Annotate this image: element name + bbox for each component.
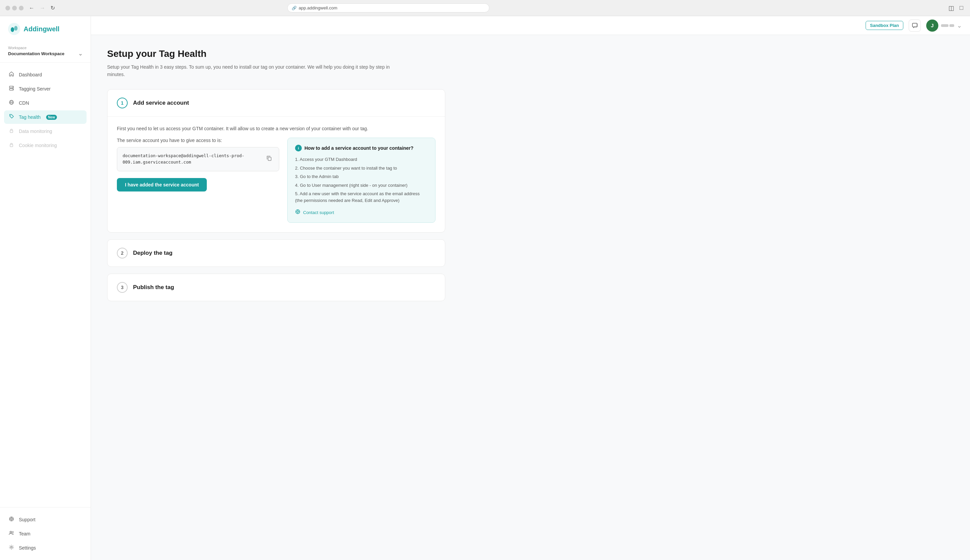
sidebar-nav: Dashboard Tagging Server xyxy=(0,63,90,507)
browser-refresh-btn[interactable]: ↻ xyxy=(49,3,56,12)
browser-forward-btn[interactable]: → xyxy=(38,3,47,12)
sidebar-item-cookie-monitoring-label: Cookie monitoring xyxy=(19,143,57,148)
app-container: Addingwell Workspace Documentation Works… xyxy=(0,16,970,560)
svg-rect-22 xyxy=(912,23,917,27)
info-steps-list: 1. Access your GTM Dashboard 2. Choose t… xyxy=(295,156,428,203)
contact-support-link[interactable]: Contact support xyxy=(295,209,428,216)
svg-point-0 xyxy=(8,23,20,35)
svg-point-14 xyxy=(11,518,12,520)
browser-window-buttons xyxy=(5,6,23,10)
logo-text: Addingwell xyxy=(23,25,60,33)
sidebar-item-data-monitoring: Data monitoring xyxy=(4,125,87,138)
sidebar-item-cookie-monitoring: Cookie monitoring xyxy=(4,138,87,152)
sidebar-item-data-monitoring-label: Data monitoring xyxy=(19,128,52,134)
user-info-dots xyxy=(941,24,954,27)
url-text: app.addingwell.com xyxy=(299,5,338,10)
step-2-header: 2 Deploy the tag xyxy=(107,240,445,267)
contact-support-label: Contact support xyxy=(303,210,334,215)
info-icon: i xyxy=(295,145,302,152)
svg-point-2 xyxy=(14,26,18,31)
page-title: Setup your Tag Health xyxy=(107,48,445,59)
step-1-content-row: The service account you have to give acc… xyxy=(117,138,435,223)
user-avatar: J xyxy=(926,20,938,32)
svg-point-21 xyxy=(11,547,12,548)
info-step-1: 1. Access your GTM Dashboard xyxy=(295,156,428,163)
workspace-name[interactable]: Documentation Workspace ⌄ xyxy=(8,50,82,57)
lock-icon-data xyxy=(8,128,15,135)
sidebar-item-tag-health-label: Tag health xyxy=(19,115,41,120)
sidebar-item-tagging-server[interactable]: Tagging Server xyxy=(4,82,87,95)
sidebar-item-tag-health[interactable]: Tag health New xyxy=(4,110,87,124)
globe-icon xyxy=(8,100,15,106)
svg-point-5 xyxy=(12,87,13,88)
main-content: Setup your Tag Health Setup your Tag Hea… xyxy=(91,35,970,560)
tag-icon xyxy=(8,114,15,120)
sidebar-item-dashboard-label: Dashboard xyxy=(19,72,42,77)
step-1-number: 1 xyxy=(117,98,128,108)
main-area: Sandbox Plan J ⌄ Setup your Tag Health xyxy=(91,16,970,560)
svg-point-1 xyxy=(11,27,14,32)
info-box: i How to add a service account to your c… xyxy=(287,138,435,223)
browser-split-btn[interactable]: □ xyxy=(958,3,965,13)
step-3-header: 3 Publish the tag xyxy=(107,274,445,301)
lock-icon-cookie xyxy=(8,142,15,149)
info-step-3: 3. Go to the Admin tab xyxy=(295,173,428,180)
sidebar-item-support[interactable]: Support xyxy=(4,513,87,526)
message-button[interactable] xyxy=(909,20,921,32)
svg-rect-23 xyxy=(268,157,271,160)
app-header: Sandbox Plan J ⌄ xyxy=(91,16,970,35)
step-1-right: i How to add a service account to your c… xyxy=(287,138,435,223)
workspace-label: Workspace xyxy=(8,46,82,50)
sidebar-bottom: Support Team xyxy=(0,507,90,560)
sidebar-item-settings[interactable]: Settings xyxy=(4,541,87,555)
confirm-service-account-button[interactable]: I have added the service account xyxy=(117,178,207,192)
step-3-label: Publish the tag xyxy=(133,284,174,291)
workspace-chevron-icon: ⌄ xyxy=(78,50,82,57)
browser-nav: ← → ↻ xyxy=(28,3,56,12)
sidebar: Addingwell Workspace Documentation Works… xyxy=(0,16,91,560)
svg-rect-12 xyxy=(10,144,13,147)
browser-maximize-btn[interactable] xyxy=(19,6,23,10)
main-inner: Setup your Tag Health Setup your Tag Hea… xyxy=(91,35,462,322)
browser-close-btn[interactable] xyxy=(5,6,10,10)
step-1-left: The service account you have to give acc… xyxy=(117,138,279,192)
team-icon xyxy=(8,530,15,537)
url-lock-icon: 🔗 xyxy=(292,6,297,10)
service-account-text: documentation-workspace@addingwell-clien… xyxy=(122,153,265,165)
workspace-selector[interactable]: Workspace Documentation Workspace ⌄ xyxy=(0,42,90,63)
sandbox-plan-button[interactable]: Sandbox Plan xyxy=(866,21,903,30)
user-area: J ⌄ xyxy=(926,20,962,32)
svg-rect-11 xyxy=(10,130,13,133)
step-2-number: 2 xyxy=(117,248,128,258)
step-1-header: 1 Add service account xyxy=(107,90,445,117)
svg-point-25 xyxy=(297,211,299,213)
step-2-card: 2 Deploy the tag xyxy=(107,239,445,267)
sidebar-item-support-label: Support xyxy=(19,517,35,522)
page-subtitle: Setup your Tag Health in 3 easy steps. T… xyxy=(107,63,397,78)
svg-point-19 xyxy=(10,532,12,533)
svg-point-6 xyxy=(12,89,13,90)
copy-service-account-button[interactable] xyxy=(265,154,273,164)
svg-point-20 xyxy=(12,532,13,533)
sidebar-item-cdn[interactable]: CDN xyxy=(4,96,87,110)
browser-cast-btn[interactable]: ◫ xyxy=(947,3,955,13)
service-account-box: documentation-workspace@addingwell-clien… xyxy=(117,147,279,171)
sidebar-item-settings-label: Settings xyxy=(19,545,36,551)
user-dot-1 xyxy=(941,24,948,27)
step-1-description: First you need to let us access your GTM… xyxy=(117,125,435,132)
sidebar-item-team[interactable]: Team xyxy=(4,527,87,540)
header-dropdown-icon[interactable]: ⌄ xyxy=(957,22,962,29)
step-1-access-label: The service account you have to give acc… xyxy=(117,138,279,143)
step-3-number: 3 xyxy=(117,282,128,293)
step-1-label: Add service account xyxy=(133,100,189,106)
browser-minimize-btn[interactable] xyxy=(12,6,17,10)
browser-chrome: ← → ↻ 🔗 app.addingwell.com ◫ □ xyxy=(0,0,970,16)
sidebar-item-dashboard[interactable]: Dashboard xyxy=(4,68,87,82)
step-1-card: 1 Add service account First you need to … xyxy=(107,89,445,233)
user-dot-2 xyxy=(950,24,954,27)
browser-back-btn[interactable]: ← xyxy=(28,3,36,12)
browser-url-bar[interactable]: 🔗 app.addingwell.com xyxy=(287,3,489,12)
sidebar-item-cdn-label: CDN xyxy=(19,100,29,106)
logo-area: Addingwell xyxy=(0,16,90,42)
sidebar-item-tagging-server-label: Tagging Server xyxy=(19,86,50,92)
